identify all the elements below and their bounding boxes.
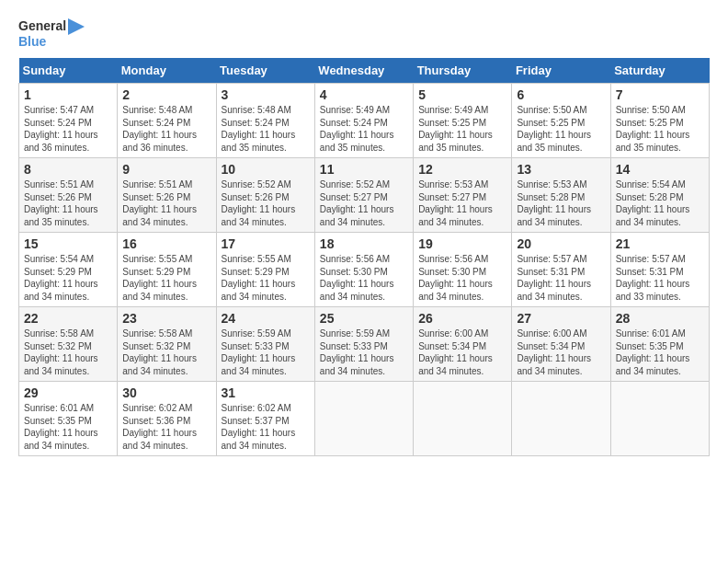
calendar-cell: 30Sunrise: 6:02 AM Sunset: 5:36 PM Dayli… xyxy=(118,382,216,456)
day-info: Sunrise: 5:56 AM Sunset: 5:30 PM Dayligh… xyxy=(418,253,506,303)
calendar-cell: 13Sunrise: 5:53 AM Sunset: 5:28 PM Dayli… xyxy=(512,158,610,233)
calendar-cell: 4Sunrise: 5:49 AM Sunset: 5:24 PM Daylig… xyxy=(314,84,413,158)
day-number: 13 xyxy=(517,162,605,177)
day-number: 29 xyxy=(24,385,112,400)
day-info: Sunrise: 5:50 AM Sunset: 5:25 PM Dayligh… xyxy=(517,104,605,154)
day-number: 1 xyxy=(24,87,112,102)
day-number: 8 xyxy=(24,162,112,177)
day-info: Sunrise: 6:02 AM Sunset: 5:36 PM Dayligh… xyxy=(122,402,210,452)
day-info: Sunrise: 5:52 AM Sunset: 5:26 PM Dayligh… xyxy=(222,178,310,228)
header-saturday: Saturday xyxy=(610,58,709,84)
day-number: 28 xyxy=(616,311,704,326)
calendar-cell: 11Sunrise: 5:52 AM Sunset: 5:27 PM Dayli… xyxy=(314,158,413,233)
day-info: Sunrise: 5:51 AM Sunset: 5:26 PM Dayligh… xyxy=(24,178,112,228)
calendar-cell: 2Sunrise: 5:48 AM Sunset: 5:24 PM Daylig… xyxy=(118,84,216,158)
day-number: 23 xyxy=(122,311,210,326)
day-number: 17 xyxy=(222,236,310,251)
day-number: 15 xyxy=(24,236,112,251)
day-info: Sunrise: 5:52 AM Sunset: 5:27 PM Dayligh… xyxy=(320,178,408,228)
calendar-table: SundayMondayTuesdayWednesdayThursdayFrid… xyxy=(18,58,710,456)
calendar-cell: 6Sunrise: 5:50 AM Sunset: 5:25 PM Daylig… xyxy=(512,84,610,158)
calendar-cell: 5Sunrise: 5:49 AM Sunset: 5:25 PM Daylig… xyxy=(414,84,512,158)
calendar-cell: 25Sunrise: 5:59 AM Sunset: 5:33 PM Dayli… xyxy=(314,307,413,382)
day-number: 3 xyxy=(222,87,310,102)
day-info: Sunrise: 6:01 AM Sunset: 5:35 PM Dayligh… xyxy=(24,402,112,452)
day-number: 25 xyxy=(320,311,408,326)
calendar-cell xyxy=(512,382,610,456)
day-info: Sunrise: 5:55 AM Sunset: 5:29 PM Dayligh… xyxy=(122,253,210,303)
header-thursday: Thursday xyxy=(414,58,512,84)
day-number: 24 xyxy=(222,311,310,326)
calendar-cell: 7Sunrise: 5:50 AM Sunset: 5:25 PM Daylig… xyxy=(610,84,709,158)
calendar-cell xyxy=(414,382,512,456)
calendar-cell: 8Sunrise: 5:51 AM Sunset: 5:26 PM Daylig… xyxy=(19,158,118,233)
day-number: 9 xyxy=(122,162,210,177)
day-info: Sunrise: 5:47 AM Sunset: 5:24 PM Dayligh… xyxy=(24,104,112,154)
day-info: Sunrise: 6:02 AM Sunset: 5:37 PM Dayligh… xyxy=(222,402,310,452)
calendar-cell: 16Sunrise: 5:55 AM Sunset: 5:29 PM Dayli… xyxy=(118,233,216,307)
logo-arrow-icon xyxy=(68,18,85,35)
day-info: Sunrise: 6:00 AM Sunset: 5:34 PM Dayligh… xyxy=(418,327,506,377)
logo-text-general: General xyxy=(18,19,66,33)
page-header: General Blue xyxy=(18,18,710,49)
day-info: Sunrise: 5:48 AM Sunset: 5:24 PM Dayligh… xyxy=(222,104,310,154)
day-number: 11 xyxy=(320,162,408,177)
day-info: Sunrise: 6:00 AM Sunset: 5:34 PM Dayligh… xyxy=(517,327,605,377)
day-info: Sunrise: 5:59 AM Sunset: 5:33 PM Dayligh… xyxy=(320,327,408,377)
calendar-cell: 12Sunrise: 5:53 AM Sunset: 5:27 PM Dayli… xyxy=(414,158,512,233)
day-number: 21 xyxy=(616,236,704,251)
day-number: 4 xyxy=(320,87,408,102)
calendar-week-1: 1Sunrise: 5:47 AM Sunset: 5:24 PM Daylig… xyxy=(19,84,710,158)
logo: General Blue xyxy=(18,18,85,49)
day-number: 6 xyxy=(517,87,605,102)
day-number: 27 xyxy=(517,311,605,326)
calendar-cell: 24Sunrise: 5:59 AM Sunset: 5:33 PM Dayli… xyxy=(216,307,314,382)
day-info: Sunrise: 5:54 AM Sunset: 5:29 PM Dayligh… xyxy=(24,253,112,303)
day-number: 14 xyxy=(616,162,704,177)
day-info: Sunrise: 5:56 AM Sunset: 5:30 PM Dayligh… xyxy=(320,253,408,303)
logo-mark: General Blue xyxy=(18,18,85,49)
calendar-cell: 26Sunrise: 6:00 AM Sunset: 5:34 PM Dayli… xyxy=(414,307,512,382)
day-number: 7 xyxy=(616,87,704,102)
day-info: Sunrise: 5:49 AM Sunset: 5:25 PM Dayligh… xyxy=(418,104,506,154)
day-info: Sunrise: 5:58 AM Sunset: 5:32 PM Dayligh… xyxy=(24,327,112,377)
calendar-cell: 27Sunrise: 6:00 AM Sunset: 5:34 PM Dayli… xyxy=(512,307,610,382)
calendar-cell: 19Sunrise: 5:56 AM Sunset: 5:30 PM Dayli… xyxy=(414,233,512,307)
header-friday: Friday xyxy=(512,58,610,84)
day-number: 16 xyxy=(122,236,210,251)
logo-text-blue: Blue xyxy=(18,35,46,49)
day-number: 26 xyxy=(418,311,506,326)
day-info: Sunrise: 5:54 AM Sunset: 5:28 PM Dayligh… xyxy=(616,178,704,228)
day-number: 19 xyxy=(418,236,506,251)
header-tuesday: Tuesday xyxy=(216,58,314,84)
calendar-header-row: SundayMondayTuesdayWednesdayThursdayFrid… xyxy=(19,58,710,84)
calendar-cell: 9Sunrise: 5:51 AM Sunset: 5:26 PM Daylig… xyxy=(118,158,216,233)
day-number: 18 xyxy=(320,236,408,251)
day-number: 10 xyxy=(222,162,310,177)
day-info: Sunrise: 6:01 AM Sunset: 5:35 PM Dayligh… xyxy=(616,327,704,377)
day-info: Sunrise: 5:57 AM Sunset: 5:31 PM Dayligh… xyxy=(616,253,704,303)
calendar-week-4: 22Sunrise: 5:58 AM Sunset: 5:32 PM Dayli… xyxy=(19,307,710,382)
day-info: Sunrise: 5:50 AM Sunset: 5:25 PM Dayligh… xyxy=(616,104,704,154)
calendar-cell: 20Sunrise: 5:57 AM Sunset: 5:31 PM Dayli… xyxy=(512,233,610,307)
calendar-cell: 22Sunrise: 5:58 AM Sunset: 5:32 PM Dayli… xyxy=(19,307,118,382)
day-info: Sunrise: 5:57 AM Sunset: 5:31 PM Dayligh… xyxy=(517,253,605,303)
calendar-cell: 15Sunrise: 5:54 AM Sunset: 5:29 PM Dayli… xyxy=(19,233,118,307)
day-number: 30 xyxy=(122,385,210,400)
calendar-week-2: 8Sunrise: 5:51 AM Sunset: 5:26 PM Daylig… xyxy=(19,158,710,233)
header-sunday: Sunday xyxy=(19,58,118,84)
calendar-cell: 3Sunrise: 5:48 AM Sunset: 5:24 PM Daylig… xyxy=(216,84,314,158)
day-info: Sunrise: 5:53 AM Sunset: 5:27 PM Dayligh… xyxy=(418,178,506,228)
day-number: 22 xyxy=(24,311,112,326)
calendar-cell xyxy=(314,382,413,456)
calendar-cell: 23Sunrise: 5:58 AM Sunset: 5:32 PM Dayli… xyxy=(118,307,216,382)
calendar-cell: 31Sunrise: 6:02 AM Sunset: 5:37 PM Dayli… xyxy=(216,382,314,456)
calendar-week-3: 15Sunrise: 5:54 AM Sunset: 5:29 PM Dayli… xyxy=(19,233,710,307)
svg-marker-0 xyxy=(68,18,85,35)
day-number: 31 xyxy=(222,385,310,400)
calendar-cell: 17Sunrise: 5:55 AM Sunset: 5:29 PM Dayli… xyxy=(216,233,314,307)
day-number: 20 xyxy=(517,236,605,251)
calendar-cell: 18Sunrise: 5:56 AM Sunset: 5:30 PM Dayli… xyxy=(314,233,413,307)
calendar-cell xyxy=(610,382,709,456)
day-info: Sunrise: 5:53 AM Sunset: 5:28 PM Dayligh… xyxy=(517,178,605,228)
